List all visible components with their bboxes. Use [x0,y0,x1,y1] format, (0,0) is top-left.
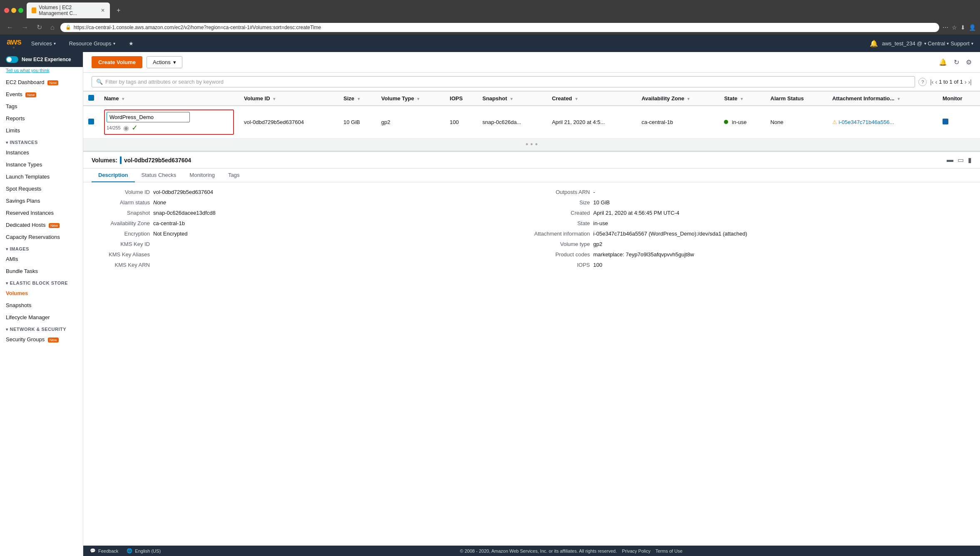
sidebar-item-instances[interactable]: Instances [0,146,83,159]
download-icon[interactable]: ⬇ [960,24,965,31]
col-header-monitor[interactable]: Monitor [938,92,980,106]
sidebar-item-spot-requests[interactable]: Spot Requests [0,183,83,195]
extensions-icon[interactable]: ⋯ [943,24,948,31]
resource-groups-menu[interactable]: Resource Groups ▾ [66,35,119,52]
sidebar-item-bundle-tasks[interactable]: Bundle Tasks [0,265,83,277]
col-header-created[interactable]: Created ▾ [547,92,637,106]
select-all-checkbox-header[interactable] [83,92,99,106]
close-window-button[interactable] [4,8,9,13]
col-header-iops[interactable]: IOPS [445,92,477,106]
name-edit-input[interactable] [107,112,190,122]
sidebar-item-limits[interactable]: Limits [0,124,83,137]
sidebar-item-instance-types[interactable]: Instance Types [0,159,83,171]
select-all-checkbox[interactable] [88,95,94,101]
language-selector[interactable]: 🌐 English (US) [127,548,161,554]
sidebar-item-launch-templates[interactable]: Launch Templates [0,171,83,183]
feedback-button[interactable]: 💬 Feedback [90,548,118,554]
sidebar-item-events[interactable]: Events New [0,88,83,100]
minimize-window-button[interactable] [11,8,16,13]
size-detail-value: 10 GiB [593,199,610,206]
first-page-button[interactable]: |‹ [930,79,933,85]
new-tab-button[interactable]: + [113,5,124,16]
terms-of-use-link[interactable]: Terms of Use [656,549,683,554]
sidebar-item-reserved-instances[interactable]: Reserved Instances [0,207,83,219]
desc-encryption-row: Encryption Not Encrypted [92,231,532,237]
state-detail-label: State [532,220,590,226]
row-attachment-link[interactable]: i-05e347c71b46a556... [839,119,894,125]
support-label: Support [950,40,970,47]
outposts-arn-label: Outposts ARN [532,189,590,195]
snapshot-label: Snapshot [92,210,150,216]
tab-tags[interactable]: Tags [221,169,246,182]
bell-icon[interactable]: 🔔 [939,58,947,66]
actions-button[interactable]: Actions ▾ [147,56,182,68]
col-header-snapshot[interactable]: Snapshot ▾ [478,92,547,106]
help-button[interactable]: ? [918,78,927,86]
bookmark-icon[interactable]: ☆ [952,24,957,31]
sidebar-item-savings-plans[interactable]: Savings Plans [0,195,83,207]
new-ec2-toggle[interactable] [6,56,18,63]
next-page-button[interactable]: › [965,79,967,85]
sidebar-item-snapshots[interactable]: Snapshots [0,299,83,311]
row-checkbox-cell[interactable] [83,106,99,139]
sidebar-section-ebs[interactable]: ▾ ELASTIC BLOCK STORE [0,277,83,287]
sidebar-section-instances[interactable]: ▾ INSTANCES [0,137,83,146]
region-menu[interactable]: Central ▾ [928,40,949,47]
maximize-window-button[interactable] [18,8,23,13]
sidebar-item-amis[interactable]: AMIs [0,253,83,265]
col-header-attachment[interactable]: Attachment Informatio... ▾ [827,92,938,106]
col-header-volume-type[interactable]: Volume Type ▾ [376,92,445,106]
tab-close-button[interactable]: ✕ [101,7,105,13]
sidebar-item-lifecycle-manager[interactable]: Lifecycle Manager [0,311,83,323]
refresh-button[interactable]: ↻ [34,22,45,32]
settings-icon[interactable]: ⚙ [966,58,972,66]
browser-tab[interactable]: Volumes | EC2 Management C... ✕ [27,2,110,18]
search-filter-input[interactable]: 🔍 Filter by tags and attributes or searc… [92,76,915,87]
forward-button[interactable]: → [19,23,31,32]
row-checkbox[interactable] [88,119,94,124]
attachment-detail-value-link[interactable]: i-05e347c71b46a5567 (WordPress_Demo):/de… [593,231,747,237]
user-menu[interactable]: aws_test_234 @ ▾ [882,40,926,47]
resource-groups-label: Resource Groups [69,40,112,47]
col-header-state[interactable]: State ▾ [719,92,765,106]
snapshot-value-link[interactable]: snap-0c626dacee13dfcd8 [153,210,216,216]
refresh-icon[interactable]: ↻ [954,58,959,66]
favorites-button[interactable]: ★ [125,35,137,52]
services-menu[interactable]: Services ▾ [28,35,59,52]
col-header-az[interactable]: Availability Zone ▾ [637,92,719,106]
col-header-volume-id[interactable]: Volume ID ▾ [239,92,338,106]
last-page-button[interactable]: ›| [968,79,972,85]
profile-icon[interactable]: 👤 [969,24,976,31]
desc-alarm-status-row: Alarm status None [92,199,532,206]
name-edit-confirm-button[interactable]: ✓ [132,123,138,132]
tab-status-checks[interactable]: Status Checks [135,169,183,182]
notification-bell-icon[interactable]: 🔔 [867,40,881,47]
sidebar-item-reports[interactable]: Reports [0,112,83,124]
col-header-alarm-status[interactable]: Alarm Status [766,92,827,106]
sidebar-item-volumes[interactable]: Volumes [0,287,83,299]
support-menu[interactable]: Support ▾ [950,40,973,47]
split-vertical-icon[interactable]: ▭ [958,156,964,164]
split-horizontal-icon[interactable]: ▬ [947,156,953,164]
create-volume-button[interactable]: Create Volume [92,56,142,68]
sidebar-item-security-groups[interactable]: Security Groups New [0,333,83,345]
prev-page-button[interactable]: ‹ [935,79,938,85]
sidebar-item-capacity-reservations[interactable]: Capacity Reservations [0,231,83,243]
sidebar-section-images[interactable]: ▾ IMAGES [0,243,83,253]
col-header-size[interactable]: Size ▾ [338,92,376,106]
volume-type-detail-label: Volume type [532,241,590,247]
tab-description[interactable]: Description [92,169,135,182]
tell-us-link[interactable]: Tell us what you think [0,67,83,76]
name-edit-cancel-button[interactable]: ◉ [123,124,129,132]
home-button[interactable]: ⌂ [48,23,57,32]
back-button[interactable]: ← [4,23,16,32]
tab-monitoring[interactable]: Monitoring [183,169,221,182]
sidebar-item-ec2-dashboard[interactable]: EC2 Dashboard New [0,76,83,88]
expand-icon[interactable]: ▮ [968,156,972,164]
col-header-name[interactable]: Name ▾ [99,92,239,106]
sidebar-item-tags[interactable]: Tags [0,100,83,112]
sidebar-item-dedicated-hosts[interactable]: Dedicated Hosts New [0,219,83,231]
address-bar[interactable]: 🔒 https://ca-central-1.console.aws.amazo… [60,23,939,32]
sidebar-section-network-security[interactable]: ▾ NETWORK & SECURITY [0,323,83,333]
privacy-policy-link[interactable]: Privacy Policy [622,549,650,554]
